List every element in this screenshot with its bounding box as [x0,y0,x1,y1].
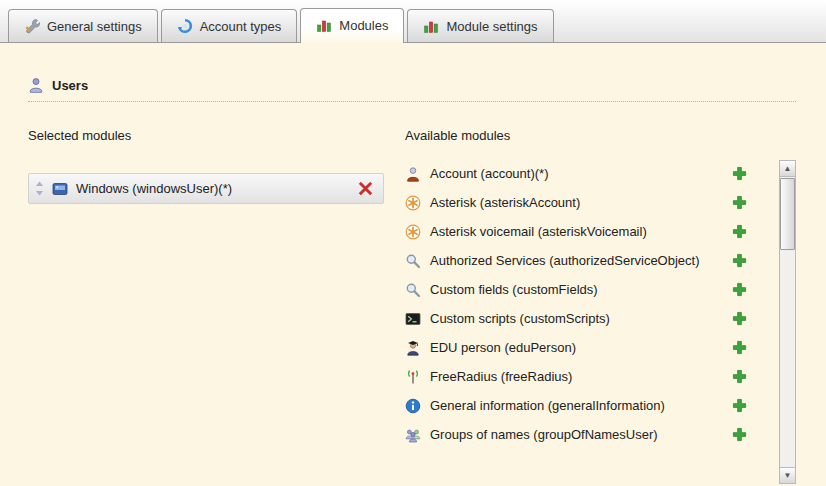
available-module-row: FreeRadius (freeRadius) [405,362,748,391]
available-module-row: Asterisk (asteriskAccount) [405,188,748,217]
section-title: Users [52,78,88,93]
plus-icon[interactable] [730,281,748,299]
module-settings-icon [423,18,439,34]
tools-icon [24,18,40,34]
scrollbar[interactable]: ▲ ▼ [779,160,796,484]
available-modules-heading: Available modules [405,128,796,143]
scroll-up-arrow-icon[interactable]: ▲ [780,161,795,177]
available-module-label: EDU person (eduPerson) [430,340,576,355]
content-panel: Users Selected modules [0,43,826,486]
selected-modules-column: Selected modules Windows (windowsUser)( [28,128,405,449]
users-section-header: Users [28,77,796,102]
selected-module-row[interactable]: Windows (windowsUser)(*) [28,173,384,204]
selected-module-label: Windows (windowsUser)(*) [76,181,348,196]
plus-icon[interactable] [730,368,748,386]
tab-label: Module settings [446,19,537,34]
available-module-row: General information (generalInformation) [405,391,748,420]
plus-icon[interactable] [730,165,748,183]
modules-icon [316,17,332,33]
magnifier-icon [405,253,421,269]
available-modules-list: Account (account)(*) Aster [405,159,796,449]
edu-person-icon [405,340,421,356]
asterisk-icon [405,195,421,211]
available-module-row: Custom fields (customFields) [405,275,748,304]
user-icon [28,77,44,93]
antenna-icon [405,369,421,385]
available-module-label: Custom fields (customFields) [430,282,598,297]
windows-module-icon [52,181,68,197]
refresh-gear-icon [177,18,193,34]
plus-icon[interactable] [730,397,748,415]
available-module-label: Groups of names (groupOfNamesUser) [430,427,658,442]
available-module-row: Custom scripts (customScripts) [405,304,748,333]
available-module-row: Groups of names (groupOfNamesUser) [405,420,748,449]
available-module-row: EDU person (eduPerson) [405,333,748,362]
available-module-label: Custom scripts (customScripts) [430,311,610,326]
available-module-label: FreeRadius (freeRadius) [430,369,572,384]
magnifier-icon [405,282,421,298]
tab-label: General settings [47,19,142,34]
tab-module-settings[interactable]: Module settings [407,9,553,42]
tab-account-types[interactable]: Account types [161,9,298,42]
plus-icon[interactable] [730,194,748,212]
available-module-label: Account (account)(*) [430,166,549,181]
tab-general-settings[interactable]: General settings [8,9,158,42]
available-module-label: Authorized Services (authorizedServiceOb… [430,253,700,268]
groups-icon [405,427,421,443]
available-module-row: Authorized Services (authorizedServiceOb… [405,246,748,275]
available-module-label: Asterisk (asteriskAccount) [430,195,580,210]
available-module-row: Asterisk voicemail (asteriskVoicemail) [405,217,748,246]
drag-handle-icon[interactable] [35,181,44,196]
asterisk-icon [405,224,421,240]
delete-x-icon[interactable] [356,180,374,198]
plus-icon[interactable] [730,339,748,357]
plus-icon[interactable] [730,252,748,270]
scrollbar-thumb[interactable] [780,178,795,250]
available-module-label: General information (generalInformation) [430,398,665,413]
terminal-icon [405,311,421,327]
scroll-down-arrow-icon[interactable]: ▼ [780,467,795,483]
module-columns: Selected modules Windows (windowsUser)( [28,128,796,449]
info-icon [405,398,421,414]
selected-modules-heading: Selected modules [28,128,405,143]
available-module-label: Asterisk voicemail (asteriskVoicemail) [430,224,647,239]
tab-modules[interactable]: Modules [300,8,404,43]
scrollbar-track[interactable] [780,177,795,467]
plus-icon[interactable] [730,310,748,328]
tab-bar: General settings Account types Modules [0,0,826,43]
plus-icon[interactable] [730,426,748,444]
available-module-row: Account (account)(*) [405,159,748,188]
account-icon [405,166,421,182]
plus-icon[interactable] [730,223,748,241]
available-modules-column: Available modules Account (account)(*) [405,128,796,449]
tab-label: Modules [339,18,388,33]
tab-label: Account types [200,19,282,34]
